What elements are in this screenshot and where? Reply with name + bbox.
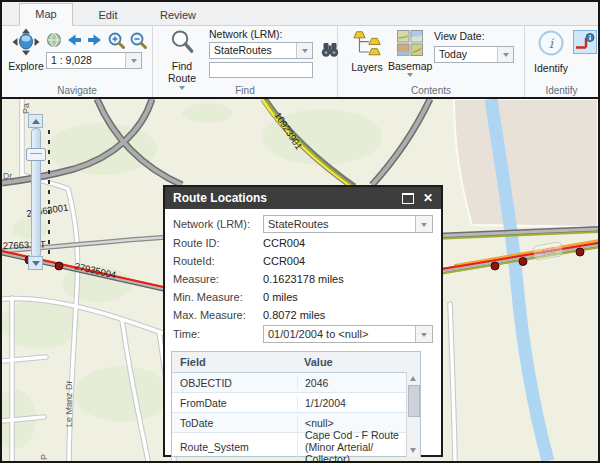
street-label: P [39, 454, 49, 460]
dialog-field-row: Time: 01/01/2004 to <null> [173, 324, 433, 344]
cell-value: Cape Cod - F Route (Minor Arterial/ Coll… [297, 428, 420, 461]
attributes-table: Field Value OBJECTID 2046 FromDate 1/1/2… [171, 351, 421, 457]
view-date-combo[interactable]: Today [434, 46, 514, 63]
dialog-field-row: Max. Measure: 0.8072 miles [173, 306, 433, 324]
field-label: Max. Measure: [173, 309, 263, 321]
dialog-network-combo[interactable]: StateRoutes [263, 215, 433, 233]
identify-route-locations-tool[interactable] [573, 30, 597, 54]
identify-route-icon [574, 31, 596, 53]
chevron-down-icon [421, 223, 427, 230]
field-label: RouteId: [173, 255, 263, 267]
back-arrow-icon[interactable] [65, 31, 83, 49]
zoom-in-icon[interactable] [107, 31, 126, 50]
table-header-field: Field [172, 356, 297, 368]
find-route-button[interactable]: Find Route [161, 29, 203, 93]
dialog-network-value: StateRoutes [264, 216, 415, 232]
basemap-button[interactable]: Basemap [388, 30, 432, 80]
triangle-up-icon [32, 115, 40, 124]
zoom-slider-minus-button[interactable] [28, 256, 43, 270]
maximize-icon[interactable] [402, 193, 414, 204]
map-viewport: 450 27663001 2766310T 27935004 10923901 … [2, 97, 598, 461]
triangle-down-icon [32, 261, 40, 270]
find-route-label-1: Find [161, 60, 203, 72]
explore-label: Explore [7, 60, 45, 72]
group-navigate: Explore [2, 26, 153, 97]
table-row[interactable]: OBJECTID 2046 [172, 373, 420, 393]
field-value: 0 miles [263, 291, 298, 303]
dialog-field-row: Route ID: CCR004 [173, 234, 433, 252]
identify-button[interactable]: i Identify [531, 28, 571, 74]
field-value: CCR004 [263, 255, 305, 267]
dialog-field-row: Min. Measure: 0 miles [173, 288, 433, 306]
forward-arrow-icon[interactable] [86, 31, 104, 49]
group-label-contents: Contents [338, 85, 524, 96]
field-label: Route ID: [173, 237, 263, 249]
chevron-down-icon [302, 49, 308, 56]
table-row[interactable]: Route_System Cape Cod - F Route (Minor A… [172, 433, 420, 461]
field-label: Time: [173, 328, 263, 340]
layers-label: Layers [348, 61, 386, 73]
network-lrm-value: StateRoutes [210, 43, 296, 58]
dialog-field-row: Network (LRM): StateRoutes [173, 214, 433, 234]
view-date-label: View Date: [434, 30, 514, 43]
dialog-time-dropdown-button[interactable] [415, 326, 432, 342]
map-scale-value: 1 : 9,028 [47, 53, 125, 68]
table-header-value: Value [297, 356, 420, 368]
dialog-time-value: 01/01/2004 to <null> [264, 326, 415, 342]
app-window: Map Edit Review Explore [0, 0, 600, 463]
find-route-label-2: Route [161, 72, 203, 84]
identify-label: Identify [531, 62, 571, 74]
network-lrm-combo[interactable]: StateRoutes [209, 42, 313, 59]
tab-map[interactable]: Map [19, 3, 73, 26]
layers-icon [351, 30, 383, 57]
field-label: Measure: [173, 273, 263, 285]
tab-review[interactable]: Review [143, 5, 213, 25]
zoom-out-icon[interactable] [129, 31, 148, 50]
map-scale-combo[interactable]: 1 : 9,028 [46, 52, 142, 69]
basemap-label: Basemap [388, 60, 432, 72]
dialog-title-bar[interactable]: Route Locations ✕ [165, 187, 441, 209]
view-date-dropdown-button[interactable] [497, 47, 513, 62]
ribbon-tab-bar: Map Edit Review [2, 2, 598, 26]
chevron-down-icon [131, 59, 137, 66]
network-dropdown-button[interactable] [296, 43, 312, 58]
street-label: Pa [21, 103, 31, 114]
scrollbar-thumb[interactable] [408, 385, 420, 417]
street-label: Dr, [3, 171, 14, 181]
binoculars-icon[interactable] [320, 41, 340, 59]
explore-button[interactable]: Explore [7, 28, 45, 72]
cell-field: ToDate [172, 417, 297, 429]
land-tan-area [454, 99, 598, 227]
dialog-time-combo[interactable]: 01/01/2004 to <null> [263, 325, 433, 343]
group-find: Find Route Network (LRM): StateRoutes [153, 26, 338, 97]
ribbon: Explore [2, 26, 598, 97]
field-value: CCR004 [263, 237, 305, 249]
table-header: Field Value [172, 352, 420, 373]
field-label: Min. Measure: [173, 291, 263, 303]
tab-edit[interactable]: Edit [73, 5, 143, 25]
field-value: 0.8072 miles [263, 309, 325, 321]
globe-icon[interactable] [46, 32, 62, 48]
group-label-identify: Identify [525, 85, 598, 96]
dialog-network-dropdown-button[interactable] [415, 216, 432, 232]
dialog-field-row: Measure: 0.1623178 miles [173, 270, 433, 288]
zoom-slider-plus-button[interactable] [28, 114, 43, 128]
route-locations-dialog: Route Locations ✕ Network (LRM): StateRo… [163, 185, 443, 457]
group-label-find: Find [153, 85, 337, 96]
close-icon[interactable]: ✕ [423, 193, 433, 203]
chevron-down-icon [503, 53, 509, 60]
scroll-down-icon[interactable] [410, 448, 416, 453]
table-scrollbar[interactable] [406, 372, 420, 457]
group-label-navigate: Navigate [2, 85, 152, 96]
basemap-icon [397, 30, 423, 56]
find-route-input[interactable] [209, 62, 313, 78]
chevron-down-icon [421, 333, 427, 340]
layers-button[interactable]: Layers [348, 30, 386, 73]
zoom-slider-thumb[interactable] [26, 148, 46, 161]
scroll-up-icon[interactable] [410, 376, 416, 381]
find-route-magnifier-icon [169, 29, 195, 56]
scale-dropdown-button[interactable] [125, 53, 141, 68]
table-row[interactable]: FromDate 1/1/2004 [172, 393, 420, 413]
field-label: Network (LRM): [173, 218, 263, 230]
cell-field: Route_System [172, 441, 297, 453]
